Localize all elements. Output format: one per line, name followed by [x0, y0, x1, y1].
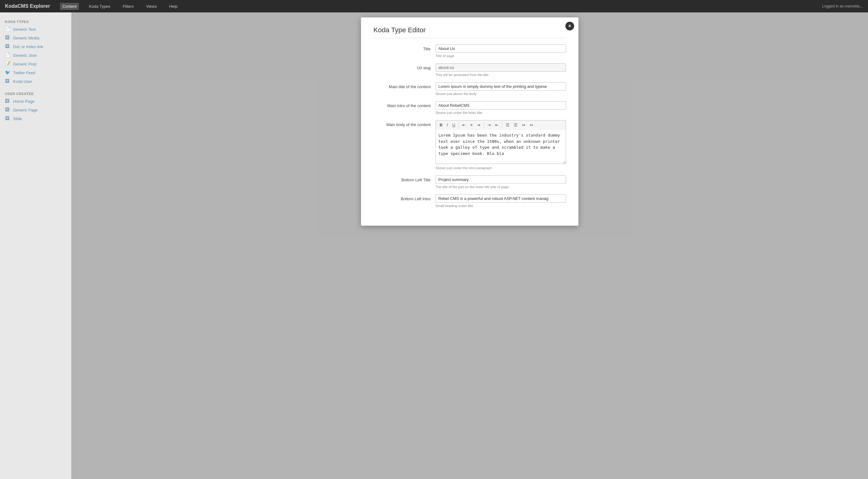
rte-ul-button[interactable]: ☰: [512, 122, 520, 129]
rte-source-button[interactable]: ⇔: [528, 122, 535, 129]
bottom-left-title-field-wrapper: The title of the part on the lower left …: [436, 175, 566, 189]
title-field-wrapper: Title of page: [436, 44, 566, 58]
main-intro-input[interactable]: [436, 101, 566, 110]
generic-media-icon: 🖼: [5, 35, 10, 41]
nav-item-filters[interactable]: Filters: [120, 3, 136, 10]
sidebar-item-label: Slide: [13, 116, 22, 121]
sidebar-item-slide[interactable]: 🖼 Slide: [0, 114, 71, 123]
sidebar-item-label: Generic Text: [13, 27, 36, 32]
rte-divider-1: [459, 122, 459, 128]
sidebar-item-generic-text[interactable]: 📄 Generic Text: [0, 25, 71, 34]
title-hint: Title of page: [436, 54, 566, 58]
generic-text-icon: 📄: [5, 26, 10, 32]
rte-bold-button[interactable]: B: [438, 122, 444, 129]
form-row-title: Title Title of page: [373, 44, 566, 58]
sidebar: KODA TYPES 📄 Generic Text 🖼 Generic Medi…: [0, 12, 71, 479]
nav-item-help[interactable]: Help: [167, 3, 180, 10]
sidebar-item-label: Generic Page: [13, 108, 38, 112]
user-info: Logged in as marceldu...: [822, 4, 863, 8]
rte-italic-button[interactable]: I: [445, 122, 450, 129]
sidebar-item-home-page[interactable]: 🖼 Home Page: [0, 97, 71, 106]
twitter-feed-icon: 🐦: [5, 70, 10, 75]
koda-types-heading: KODA TYPES: [0, 18, 71, 25]
koda-user-icon: 🖼: [5, 78, 10, 84]
topnav: KodaCMS Explorer Content Koda Types Filt…: [0, 0, 868, 12]
url-slug-hint: This will be generated from the title: [436, 73, 566, 77]
bottom-left-title-label: Bottom Left Title: [373, 175, 436, 183]
sidebar-item-generic-media[interactable]: 🖼 Generic Media: [0, 34, 71, 42]
main-body-field-wrapper: B I U ⇤ ≡ ⇥ ⇥ ⇤ ☰ ☰: [436, 120, 566, 170]
sidebar-item-label: Generic Post: [13, 62, 36, 66]
main-content: × Koda Type Editor Title Title of page U…: [71, 12, 868, 479]
rte-ol-button[interactable]: ☰: [504, 122, 512, 129]
layout: KODA TYPES 📄 Generic Text 🖼 Generic Medi…: [0, 12, 868, 479]
rte-align-right-button[interactable]: ⇥: [475, 122, 482, 129]
rte-align-left-button[interactable]: ⇤: [460, 122, 468, 129]
main-body-label: Main body of the content: [373, 120, 436, 128]
form-row-main-intro: Main intro of the content Shown just und…: [373, 101, 566, 114]
rte-outdent-button[interactable]: ⇤: [493, 122, 500, 129]
rte-indent-button[interactable]: ⇥: [486, 122, 493, 129]
main-body-textarea[interactable]: Lorem Ipsum has been the industry's stan…: [436, 130, 566, 164]
main-intro-label: Main intro of the content: [373, 101, 436, 109]
sidebar-item-generic-json[interactable]: 📄 Generic Json: [0, 51, 71, 60]
sidebar-item-label: Generic Json: [13, 53, 37, 58]
bottom-left-intro-field-wrapper: Small heading under title: [436, 194, 566, 208]
user-created-heading: USER CREATED: [0, 90, 71, 97]
modal-overlay: × Koda Type Editor Title Title of page U…: [71, 12, 868, 479]
url-slug-field-wrapper: This will be generated from the title: [436, 63, 566, 77]
rte-align-center-button[interactable]: ≡: [468, 122, 474, 129]
rte-toolbar: B I U ⇤ ≡ ⇥ ⇥ ⇤ ☰ ☰: [436, 120, 566, 130]
main-intro-field-wrapper: Shown just under the body title: [436, 101, 566, 114]
sidebar-item-label: Generic Media: [13, 36, 39, 40]
url-slug-label: Url slug: [373, 63, 436, 71]
generic-json-icon: 📄: [5, 53, 10, 58]
main-intro-hint: Shown just under the body title: [436, 111, 566, 114]
sidebar-item-generic-post[interactable]: 📝 Generic Post: [0, 60, 71, 68]
sidebar-item-label: Twitter Feed: [13, 70, 35, 75]
generic-page-icon: 🖼: [5, 107, 10, 113]
title-label: Title: [373, 44, 436, 52]
sidebar-item-generic-page[interactable]: 🖼 Generic Page: [0, 106, 71, 114]
sidebar-item-label: Doc or Index link: [13, 44, 43, 49]
doc-index-icon: 🖼: [5, 44, 10, 49]
koda-type-editor-modal: × Koda Type Editor Title Title of page U…: [361, 18, 579, 226]
form-row-main-title: Main title of the content Shown just abo…: [373, 82, 566, 96]
form-row-url-slug: Url slug This will be generated from the…: [373, 63, 566, 77]
app-title: KodaCMS Explorer: [5, 3, 50, 9]
form-row-bottom-left-title: Bottom Left Title The title of the part …: [373, 175, 566, 189]
nav-items: Content Koda Types Filters Views Help: [60, 3, 180, 10]
nav-item-content[interactable]: Content: [60, 3, 79, 10]
form-row-bottom-left-intro: Bottom Left Intro Small heading under ti…: [373, 194, 566, 208]
sidebar-item-label: Home Page: [13, 99, 34, 104]
bottom-left-title-hint: The title of the part on the lower left …: [436, 185, 566, 189]
nav-item-koda-types[interactable]: Koda Types: [86, 3, 113, 10]
bottom-left-intro-hint: Small heading under title: [436, 204, 566, 208]
form-row-main-body: Main body of the content B I U ⇤ ≡ ⇥ ⇥: [373, 120, 566, 170]
rte-underline-button[interactable]: U: [451, 122, 457, 129]
sidebar-item-twitter-feed[interactable]: 🐦 Twitter Feed: [0, 68, 71, 77]
main-title-input[interactable]: [436, 82, 566, 91]
title-input[interactable]: [436, 44, 566, 53]
sidebar-item-doc-or-index-link[interactable]: 🖼 Doc or Index link: [0, 42, 71, 51]
modal-title: Koda Type Editor: [373, 26, 566, 38]
home-page-icon: 🖼: [5, 98, 10, 104]
main-body-hint: Shown just under the intro paragraph: [436, 166, 566, 170]
slide-icon: 🖼: [5, 116, 10, 122]
main-title-field-wrapper: Shown just above the body: [436, 82, 566, 96]
bottom-left-intro-label: Bottom Left Intro: [373, 194, 436, 202]
main-title-label: Main title of the content: [373, 82, 436, 90]
sidebar-item-label: Koda User: [13, 79, 32, 84]
rte-divider-3: [502, 122, 502, 128]
bottom-left-title-input[interactable]: [436, 175, 566, 184]
url-slug-input[interactable]: [436, 63, 566, 72]
modal-close-button[interactable]: ×: [565, 22, 574, 30]
bottom-left-intro-input[interactable]: [436, 194, 566, 203]
main-title-hint: Shown just above the body: [436, 92, 566, 96]
generic-post-icon: 📝: [5, 61, 10, 67]
sidebar-item-koda-user[interactable]: 🖼 Koda User: [0, 77, 71, 86]
rte-format-button[interactable]: ⇔: [520, 122, 527, 129]
nav-item-views[interactable]: Views: [144, 3, 159, 10]
